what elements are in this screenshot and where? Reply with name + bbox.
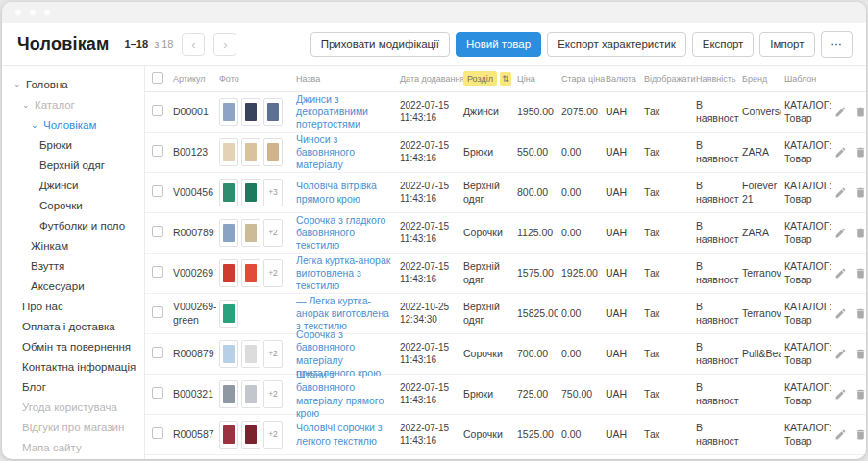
hide-modifications-button[interactable]: Приховати модифікації [310,32,450,57]
delete-button[interactable] [855,227,866,239]
edit-button[interactable] [834,267,847,279]
sidebar-item-golovna[interactable]: ⌄Головна [6,74,144,94]
delete-button[interactable] [855,267,866,279]
more-menu-button[interactable]: ⋯ [821,31,854,58]
more-photos-badge[interactable]: +2 [263,380,283,408]
row-checkbox[interactable] [152,347,163,358]
sidebar-item-bryuky[interactable]: Брюки [6,134,144,155]
product-thumbnail[interactable] [219,219,238,247]
edit-button[interactable] [834,348,847,360]
sidebar-item-aksesuary[interactable]: Аксесуари [6,276,144,296]
row-checkbox[interactable] [152,226,163,237]
next-page-button[interactable]: › [213,33,236,56]
import-button[interactable]: Імпорт [759,32,814,57]
row-checkbox[interactable] [152,387,163,399]
delete-button[interactable] [855,428,866,441]
edit-button[interactable] [834,388,847,400]
sidebar-item-pro-nas[interactable]: Про нас [6,296,144,316]
product-name-link[interactable]: Чоловічі сорочки з легкого текстилю [296,422,394,447]
product-thumbnail[interactable] [263,98,283,126]
row-checkbox[interactable] [152,145,163,157]
sidebar-item-oplata-i-dostavka[interactable]: Оплата і доставка [6,316,144,336]
export-button[interactable]: Експорт [692,32,755,57]
more-photos-badge[interactable]: +3 [263,179,283,206]
column-header-template[interactable]: Шаблон [781,74,831,84]
edit-button[interactable] [834,146,847,158]
product-name-link[interactable]: Чиноси з бавовняного матеріалу [296,133,394,171]
edit-button[interactable] [834,227,847,239]
sidebar-item-blog[interactable]: Блог [6,376,144,397]
product-thumbnail[interactable] [241,138,260,166]
window-control-dot[interactable] [29,9,37,16]
row-checkbox[interactable] [152,427,163,439]
product-thumbnail[interactable] [219,138,238,166]
product-thumbnail[interactable] [241,380,260,408]
edit-button[interactable] [834,186,847,199]
delete-button[interactable] [855,307,866,320]
sidebar-item-obmin-ta-povernennya[interactable]: Обмін та повернення [6,336,144,356]
product-thumbnail[interactable] [219,179,238,206]
column-header-label[interactable]: Розділ [463,71,497,86]
sidebar-item-dzhynsy[interactable]: Джинси [6,175,144,195]
delete-button[interactable] [855,186,866,199]
row-checkbox[interactable] [152,266,163,278]
product-thumbnail[interactable] [219,340,238,368]
product-name-link[interactable]: Легка куртка-анорак виготовлена з тексти… [296,255,394,292]
new-product-button[interactable]: Новий товар [456,32,541,57]
more-photos-badge[interactable]: +2 [263,421,283,449]
product-name-link[interactable]: Чоловіча вітрівка прямого крою [296,180,394,205]
sidebar-item-verkhniy-odyag[interactable]: Верхній одяг [6,155,144,175]
sort-icon[interactable]: ⇅ [500,72,511,86]
row-checkbox[interactable] [152,306,163,318]
product-thumbnail[interactable] [241,421,260,449]
sidebar-item-vzuttya[interactable]: Взуття [6,255,144,276]
product-thumbnail[interactable] [241,340,260,368]
edit-button[interactable] [834,428,847,441]
window-control-dot[interactable] [14,9,22,16]
edit-button[interactable] [834,106,847,118]
column-header-price[interactable]: Ціна [514,74,558,84]
delete-button[interactable] [855,146,866,158]
product-name-link[interactable]: Штани з бавовняного матеріалу прямого кр… [296,369,394,420]
column-header-date-added[interactable]: Дата додавання [397,74,460,84]
product-thumbnail[interactable] [241,98,260,126]
delete-button[interactable] [855,348,866,360]
sidebar-item-katalog[interactable]: ⌄Каталог [6,94,144,114]
product-thumbnail[interactable] [219,300,238,328]
product-thumbnail[interactable] [219,380,238,408]
delete-button[interactable] [855,388,866,400]
select-all-checkbox[interactable] [152,72,163,84]
column-header-old-price[interactable]: Стара ціна [558,74,603,84]
sidebar-item-sorochky[interactable]: Сорочки [6,195,144,215]
more-photos-badge[interactable]: +2 [263,259,283,287]
product-thumbnail[interactable] [219,98,238,126]
sidebar-item-kontaktna-informatsiya[interactable]: Контактна інформація [6,356,144,376]
sidebar-item-cholovikam[interactable]: ⌄Чоловікам [6,114,144,134]
sidebar-item-vidguky-pro-magazyn[interactable]: Відгуки про магазин [6,417,144,437]
more-photos-badge[interactable]: +2 [263,340,283,368]
product-name-link[interactable]: — Легка куртка-анорак виготовлена з текс… [296,295,394,332]
sidebar-item-zhinkam[interactable]: Жінкам [6,235,144,255]
sidebar-item-ugoda-korystuvacha[interactable]: Угода користувача [6,397,144,417]
product-name-link[interactable]: Сорочка з гладкого бавовняного текстилю [296,214,394,252]
product-thumbnail[interactable] [219,259,238,287]
row-checkbox[interactable] [152,185,163,197]
product-thumbnail[interactable] [241,219,260,247]
sidebar-item-mapa-saytu[interactable]: Мапа сайту [6,437,144,457]
export-characteristics-button[interactable]: Експорт характеристик [547,32,686,57]
column-header-display[interactable]: Відображати [641,74,693,84]
product-thumbnail[interactable] [241,179,260,206]
column-header-name[interactable]: Назва [293,74,397,84]
product-thumbnail[interactable] [219,421,238,449]
column-header-sku[interactable]: Артикул [170,74,216,84]
sidebar-item-futbolky-i-polo[interactable]: Футболки и поло [6,215,144,235]
column-header-photo[interactable]: Фото [216,74,293,84]
product-thumbnail[interactable] [241,259,260,287]
column-header-brand[interactable]: Бренд [739,74,781,84]
column-header-currency[interactable]: Валюта [603,74,641,84]
prev-page-button[interactable]: ‹ [182,33,205,56]
edit-button[interactable] [834,307,847,320]
product-thumbnail[interactable] [263,138,283,166]
column-header-availability[interactable]: Наявність [693,74,739,84]
window-control-dot[interactable] [43,9,51,16]
